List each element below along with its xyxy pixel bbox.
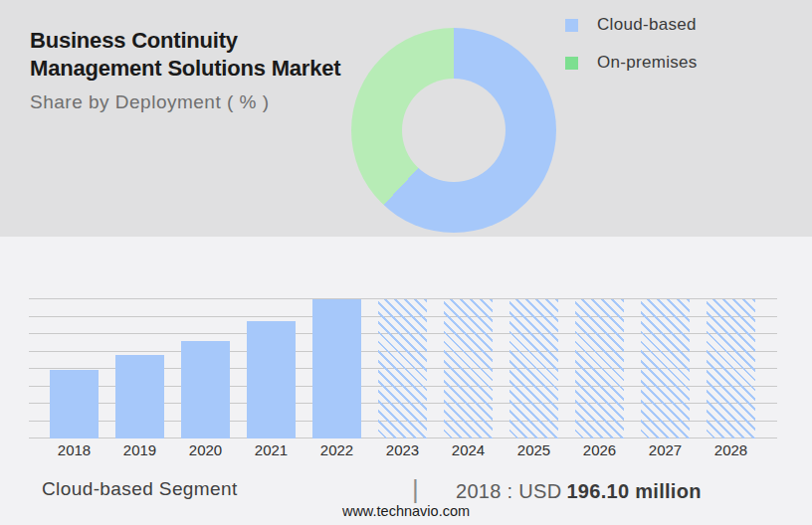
donut-chart [351,28,556,233]
value-prefix: 2018 : USD [456,480,561,502]
page-title: Business Continuity Management Solutions… [30,27,340,83]
legend-swatch-icon [565,57,578,70]
value-bold: 196.10 million [566,480,701,502]
x-axis-label-2021: 2021 [242,441,302,458]
legend-swatch-icon [565,19,578,32]
bar-2021 [247,321,296,438]
website-url: www.technavio.com [0,503,812,519]
x-axis-label-2022: 2022 [307,441,367,458]
forecast-bar-2028 [707,299,755,438]
forecast-bar-2023 [378,299,427,438]
x-axis-label-2028: 2028 [702,441,761,458]
forecast-bar-2026 [575,299,624,438]
chart-legend: Cloud-basedOn-premises [565,14,698,89]
infographic-page: Business Continuity Management Solutions… [0,0,812,525]
value-annotation: 2018 : USD196.10 million [456,480,702,503]
x-axis-label-2024: 2024 [439,441,499,458]
forecast-bar-2024 [444,299,493,438]
x-axis-label-2020: 2020 [176,441,236,458]
bar-2019 [115,355,164,438]
separator-bar: | [412,474,419,505]
legend-item: On-premises [565,52,698,74]
x-axis-label-2026: 2026 [570,441,630,458]
chart-subtitle: Share by Deployment ( % ) [30,91,270,113]
legend-label: Cloud-based [597,15,697,35]
x-axis-labels: 2018201920202021202220232024202520262027… [29,441,777,461]
x-axis-label-2023: 2023 [373,441,433,458]
bar-2022 [312,299,361,438]
bar-chart-section: 2018201920202021202220232024202520262027… [0,237,812,525]
title-line-1: Business Continuity [30,27,340,55]
title-line-2: Management Solutions Market [30,55,340,83]
bar-chart-plot [29,298,777,438]
donut-hole [402,79,506,182]
bar-2018 [50,370,99,438]
x-axis-label-2025: 2025 [505,441,564,458]
legend-label: On-premises [597,53,698,73]
x-axis-label-2018: 2018 [45,441,104,458]
forecast-bar-2027 [641,299,690,438]
x-axis-label-2027: 2027 [636,441,696,458]
header-section: Business Continuity Management Solutions… [0,0,812,237]
bar-2020 [181,341,230,438]
legend-item: Cloud-based [565,14,698,36]
segment-caption: Cloud-based Segment [42,478,238,500]
forecast-bar-2025 [509,299,558,438]
x-axis-label-2019: 2019 [110,441,170,458]
